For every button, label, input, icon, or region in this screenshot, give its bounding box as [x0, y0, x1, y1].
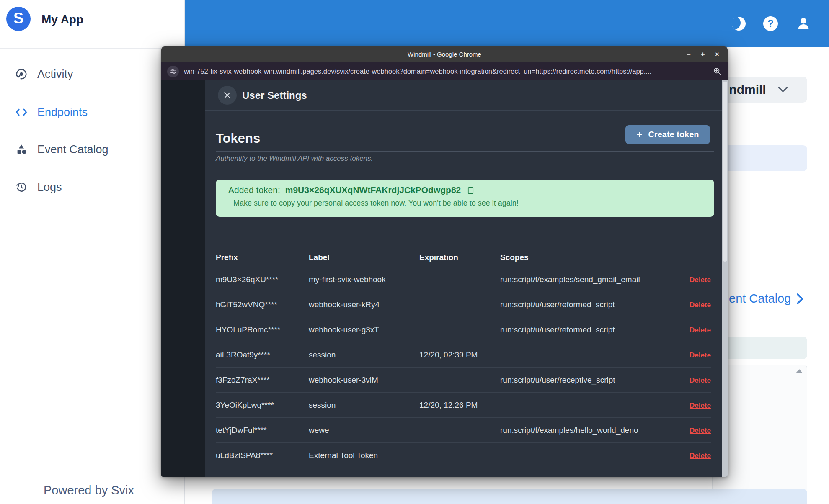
- token-expiration-cell: 12/20, 12:26 PM: [419, 401, 500, 410]
- token-label-cell: webhook-user-g3xT: [309, 325, 419, 334]
- token-label-cell: session: [309, 401, 419, 410]
- column-header-label: Label: [309, 253, 419, 262]
- app-title: My App: [41, 13, 83, 26]
- site-settings-icon[interactable]: [167, 66, 179, 77]
- url-input[interactable]: win-752-fix-svix-webhook-win.windmill.pa…: [184, 67, 708, 75]
- token-delete-link[interactable]: Delete: [690, 276, 711, 284]
- sidebar-item-event-catalog[interactable]: Event Catalog: [15, 141, 108, 158]
- close-window-icon[interactable]: ×: [713, 51, 721, 58]
- sidebar-divider: [0, 48, 184, 49]
- token-scopes-cell: run:script/u/user/reformed_script: [500, 300, 671, 309]
- token-delete-link[interactable]: Delete: [690, 477, 711, 477]
- sidebar-item-label: Endpoints: [37, 106, 88, 119]
- zoom-icon[interactable]: [713, 67, 722, 76]
- token-table-row: aiL3ROat9y**** session 12/20, 02:39 PM D…: [216, 342, 711, 368]
- sidebar-item-endpoints[interactable]: Endpoints: [15, 104, 88, 121]
- topbar: ?: [184, 0, 829, 47]
- token-prefix-cell: aiL3ROat9y****: [216, 350, 309, 360]
- event-catalog-link[interactable]: ent Catalog: [729, 292, 803, 306]
- token-scopes-cell: run:script/f/examples/send_gmail_email: [500, 275, 671, 284]
- user-settings-modal: User Settings Tokens + Create token Auth…: [205, 80, 722, 477]
- token-prefix-cell: i9AiXYkdRv****: [216, 476, 309, 477]
- workspace-label: indmill: [726, 82, 766, 97]
- token-delete-link[interactable]: Delete: [690, 452, 711, 460]
- token-delete-link[interactable]: Delete: [690, 401, 711, 409]
- powered-by-svix: Powered by Svix: [44, 483, 134, 497]
- copy-token-icon[interactable]: [467, 186, 475, 195]
- chevron-down-icon: [778, 87, 788, 93]
- event-catalog-link-label: ent Catalog: [729, 292, 791, 306]
- token-label-cell: wewe: [309, 426, 419, 435]
- token-scopes-cell: run:script/u/user/receptive_script: [500, 375, 671, 385]
- sidebar-item-activity[interactable]: Activity: [15, 66, 73, 82]
- brand: S My App: [6, 7, 83, 33]
- token-table-row: tetYjDwFul**** wewe run:script/f/example…: [216, 418, 711, 443]
- history-icon: [15, 181, 28, 193]
- sidebar-item-logs[interactable]: Logs: [15, 179, 62, 195]
- sidebar-divider: [0, 93, 184, 93]
- token-delete-link[interactable]: Delete: [690, 376, 711, 384]
- close-modal-button[interactable]: [218, 86, 237, 105]
- token-table-header: Prefix Label Expiration Scopes: [216, 248, 711, 267]
- token-table-row: 3YeOiKpLwq**** session 12/20, 12:26 PM D…: [216, 393, 711, 418]
- page-scrollbar[interactable]: [722, 80, 728, 477]
- token-expiration-cell: 12/20, 02:39 PM: [419, 350, 500, 360]
- added-token-value: m9U3×26qXUXqNWtFAKrdjJCkPOdwgp82: [285, 185, 461, 195]
- background-panel: [212, 489, 807, 504]
- token-delete-link[interactable]: Delete: [690, 301, 711, 309]
- column-header-expiration: Expiration: [419, 253, 500, 262]
- dark-mode-moon-icon[interactable]: [732, 17, 746, 31]
- topbar-icons: ?: [732, 0, 811, 47]
- token-prefix-cell: HYOLuPRomc****: [216, 325, 309, 334]
- token-table-row: f3FzoZ7raX**** webhook-user-3vlM run:scr…: [216, 368, 711, 393]
- token-label-cell: session: [309, 350, 419, 360]
- screen: S My App Activity Endpoint: [0, 0, 829, 504]
- token-scopes-cell: run:script/u/user/reformed_script: [500, 325, 671, 334]
- create-token-label: Create token: [648, 130, 699, 139]
- token-label-cell: webhook-user-3vlM: [309, 375, 419, 385]
- token-table-body: m9U3×26qXU**** my-first-svix-webhook run…: [216, 267, 711, 477]
- token-scopes-cell: run:script/f/examples/hello_world_deno: [500, 426, 671, 435]
- svix-logo-icon: S: [6, 7, 31, 33]
- activity-icon: [15, 68, 28, 80]
- code-brackets-icon: [15, 108, 28, 117]
- token-prefix-cell: f3FzoZ7raX****: [216, 375, 309, 385]
- sidebar-item-label: Event Catalog: [37, 143, 108, 156]
- window-controls: − + ×: [685, 46, 721, 62]
- window-titlebar[interactable]: Windmill - Google Chrome − + ×: [161, 46, 728, 62]
- section-divider: [216, 151, 714, 152]
- column-header-prefix: Prefix: [216, 253, 309, 262]
- moon-cutout: [732, 17, 741, 30]
- token-table-row: m9U3×26qXU**** my-first-svix-webhook run…: [216, 267, 711, 292]
- help-icon[interactable]: ?: [763, 16, 778, 31]
- token-label-cell: my-first-svix-webhook: [309, 275, 419, 284]
- token-table-row: HYOLuPRomc**** webhook-user-g3xT run:scr…: [216, 317, 711, 342]
- maximize-icon[interactable]: +: [699, 51, 707, 58]
- user-icon[interactable]: [795, 15, 811, 31]
- page-content: User Settings Tokens + Create token Auth…: [161, 80, 728, 477]
- token-prefix-cell: hGiT52wVNQ****: [216, 300, 309, 309]
- token-label-cell: webhook-user-kRy4: [309, 300, 419, 309]
- minimize-icon[interactable]: −: [685, 51, 692, 58]
- token-delete-link[interactable]: Delete: [690, 427, 711, 435]
- token-delete-link[interactable]: Delete: [690, 351, 711, 359]
- sidebar-item-label: Logs: [37, 181, 62, 194]
- token-table-row: i9AiXYkdRv**** global Delete: [216, 468, 711, 477]
- modal-header: User Settings: [205, 80, 722, 111]
- shapes-icon: [15, 143, 28, 156]
- tokens-heading: Tokens: [216, 131, 260, 146]
- create-token-button[interactable]: + Create token: [625, 125, 710, 144]
- modal-title: User Settings: [242, 80, 307, 110]
- browser-window: Windmill - Google Chrome − + × win-752-f…: [161, 46, 728, 477]
- tokens-subtitle: Authentify to the Windmill API with acce…: [216, 154, 373, 163]
- token-table-row: uLdBztSPA8**** External Tool Token Delet…: [216, 443, 711, 468]
- token-label-cell: global: [309, 476, 419, 477]
- chevron-right-icon: [797, 293, 803, 305]
- token-table: Prefix Label Expiration Scopes m9U3×26qX…: [216, 248, 711, 477]
- added-token-label: Added token:: [228, 185, 280, 195]
- token-delete-link[interactable]: Delete: [690, 326, 711, 334]
- token-prefix-cell: tetYjDwFul****: [216, 426, 309, 435]
- plus-icon: +: [636, 129, 642, 139]
- scroll-up-arrow-icon[interactable]: [796, 369, 803, 373]
- url-bar: win-752-fix-svix-webhook-win.windmill.pa…: [161, 62, 728, 80]
